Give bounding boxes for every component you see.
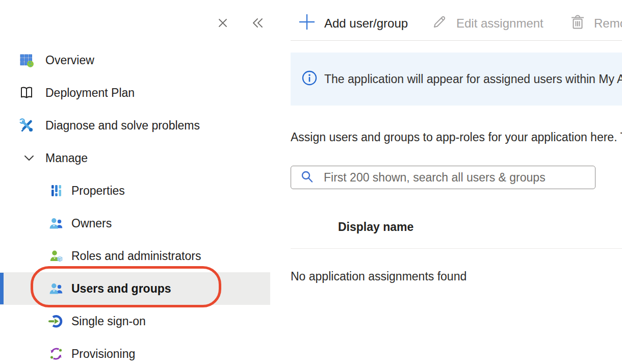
provisioning-sync-icon	[48, 346, 64, 362]
chevron-down-icon	[22, 150, 36, 166]
table-header-divider	[291, 248, 622, 249]
properties-bars-icon	[48, 183, 64, 199]
sidebar-item-label: Diagnose and solve problems	[45, 119, 200, 133]
pencil-icon	[431, 14, 448, 33]
roles-person-cube-icon	[48, 248, 64, 264]
sidebar-item-label: Owners	[71, 217, 112, 230]
banner-text: The application will appear for assigned…	[324, 72, 622, 86]
trash-icon	[570, 14, 585, 33]
plus-icon	[298, 13, 316, 34]
sidebar-item-label: Provisioning	[71, 347, 135, 361]
remove-button[interactable]: Remove	[570, 10, 622, 37]
sidebar-item-owners[interactable]: Owners	[0, 207, 270, 240]
sidebar-item-label: Single sign-on	[71, 315, 146, 328]
sidebar-header	[0, 15, 270, 33]
sidebar-item-label: Properties	[71, 184, 125, 198]
double-chevron-left-icon[interactable]	[250, 15, 266, 31]
book-icon	[18, 85, 35, 101]
assign-description: Assign users and groups to app-roles for…	[291, 131, 622, 144]
sidebar-item-properties[interactable]: Properties	[0, 174, 270, 207]
info-icon	[302, 70, 317, 88]
tools-icon	[18, 117, 35, 134]
sso-arrow-ring-icon	[48, 313, 64, 329]
sidebar-item-overview[interactable]: Overview	[0, 44, 270, 76]
empty-state-message: No application assignments found	[291, 270, 466, 283]
sidebar-group-manage[interactable]: Manage	[0, 142, 270, 174]
overview-grid-icon	[18, 52, 35, 68]
search-icon	[300, 169, 314, 186]
sidebar-item-label: Users and groups	[71, 282, 171, 296]
people-icon	[48, 280, 64, 297]
sidebar-item-users-and-groups[interactable]: Users and groups	[0, 272, 270, 305]
column-header-display-name[interactable]: Display name	[338, 220, 413, 234]
app-window: Overview Deployment Plan	[0, 0, 622, 364]
edit-assignment-button[interactable]: Edit assignment	[431, 10, 543, 37]
search-box[interactable]	[291, 166, 595, 189]
close-icon[interactable]	[215, 15, 230, 31]
sidebar-item-provisioning[interactable]: Provisioning	[0, 337, 270, 364]
sidebar-item-label: Overview	[45, 54, 94, 67]
people-icon	[48, 215, 64, 231]
search-input[interactable]	[324, 171, 589, 185]
sidebar-nav: Overview Deployment Plan	[0, 44, 270, 364]
sidebar-item-deployment-plan[interactable]: Deployment Plan	[0, 76, 270, 109]
sidebar-group-label: Manage	[45, 151, 88, 165]
info-banner: The application will appear for assigned…	[291, 53, 622, 106]
add-user-group-label: Add user/group	[324, 16, 408, 31]
sidebar: Overview Deployment Plan	[0, 0, 270, 364]
sidebar-item-single-sign-on[interactable]: Single sign-on	[0, 305, 270, 337]
toolbar-divider	[291, 40, 622, 41]
sidebar-item-label: Deployment Plan	[45, 86, 135, 100]
sidebar-item-label: Roles and administrators	[71, 249, 201, 263]
sidebar-item-diagnose[interactable]: Diagnose and solve problems	[0, 109, 270, 142]
add-user-group-button[interactable]: Add user/group	[298, 10, 408, 37]
edit-assignment-label: Edit assignment	[456, 16, 543, 31]
sidebar-item-roles-administrators[interactable]: Roles and administrators	[0, 240, 270, 272]
remove-label: Remove	[594, 16, 622, 31]
